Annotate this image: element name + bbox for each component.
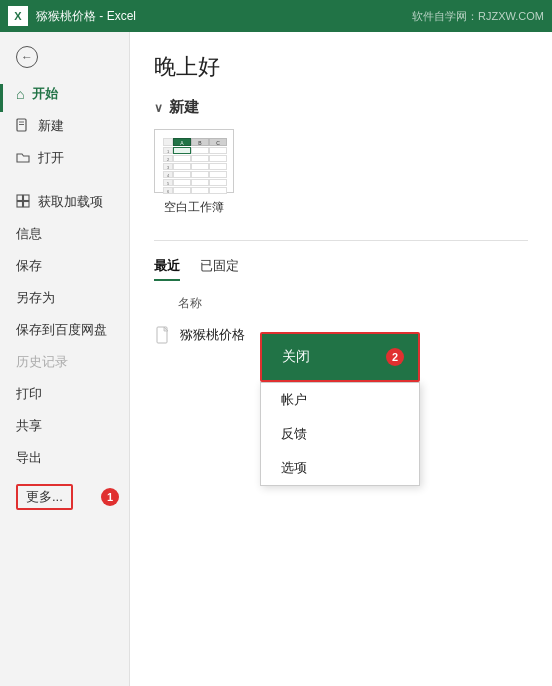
back-button[interactable]: ←: [0, 40, 129, 74]
divider-1: [0, 174, 129, 186]
excel-logo: X: [8, 6, 28, 26]
sidebar-item-home[interactable]: ⌂ 开始: [0, 78, 129, 110]
tab-pinned[interactable]: 已固定: [200, 257, 239, 281]
main-container: ← ⌂ 开始 新建 打开 获取加载项: [0, 32, 552, 686]
open-icon: [16, 150, 30, 167]
svg-rect-4: [24, 195, 30, 201]
greeting-text: 晚上好: [154, 52, 528, 82]
more-button[interactable]: 更多... 1: [0, 478, 129, 516]
file-list-header: 名称: [154, 291, 528, 316]
back-circle-icon: ←: [16, 46, 38, 68]
sidebar: ← ⌂ 开始 新建 打开 获取加载项: [0, 32, 130, 686]
sidebar-item-save[interactable]: 保存: [0, 250, 129, 282]
context-menu-overlay: 关闭 2 帐户 反馈 选项: [260, 332, 420, 486]
new-icon: [16, 118, 30, 135]
recent-pinned-tabs: 最近 已固定: [154, 257, 528, 281]
new-section-header: ∨ 新建: [154, 98, 528, 117]
content-area: 晚上好 ∨ 新建 A B C: [130, 32, 552, 686]
sidebar-item-open[interactable]: 打开: [0, 142, 129, 174]
sidebar-item-share[interactable]: 共享: [0, 410, 129, 442]
more-label-box: 更多...: [16, 484, 73, 510]
tab-recent[interactable]: 最近: [154, 257, 180, 281]
menu-item-feedback[interactable]: 反馈: [261, 417, 419, 451]
sidebar-item-new[interactable]: 新建: [0, 110, 129, 142]
svg-rect-0: [17, 119, 26, 131]
close-button-container: 关闭 2: [260, 332, 420, 382]
templates-row: A B C 1 2: [154, 129, 528, 216]
template-thumbnail: A B C 1 2: [154, 129, 234, 193]
more-badge: 1: [101, 488, 119, 506]
home-icon: ⌂: [16, 86, 24, 102]
menu-item-account[interactable]: 帐户: [261, 383, 419, 417]
sidebar-item-info[interactable]: 信息: [0, 218, 129, 250]
file-name-col-header: 名称: [178, 295, 528, 312]
addins-icon: [16, 194, 30, 211]
sidebar-item-addins[interactable]: 获取加载项: [0, 186, 129, 218]
chevron-icon: ∨: [154, 101, 163, 115]
new-section-label: 新建: [169, 98, 199, 117]
file-icon: [154, 325, 174, 345]
close-badge: 2: [386, 348, 404, 366]
active-indicator: [0, 84, 3, 112]
close-button[interactable]: 关闭 2: [262, 342, 418, 372]
sidebar-item-export[interactable]: 导出: [0, 442, 129, 474]
sidebar-item-print[interactable]: 打印: [0, 378, 129, 410]
svg-rect-6: [24, 201, 30, 207]
content-divider: [154, 240, 528, 241]
title-bar-app: Excel: [107, 9, 136, 23]
title-bar-separator: -: [96, 9, 107, 23]
dropdown-menu: 帐户 反馈 选项: [260, 382, 420, 486]
title-bar-filename: 猕猴桃价格: [36, 8, 96, 25]
watermark: 软件自学网：RJZXW.COM: [412, 9, 544, 24]
blank-workbook-label: 空白工作簿: [164, 199, 224, 216]
svg-rect-3: [17, 195, 23, 201]
svg-rect-5: [17, 201, 23, 207]
sidebar-item-saveas[interactable]: 另存为: [0, 282, 129, 314]
sidebar-item-savecloud[interactable]: 保存到百度网盘: [0, 314, 129, 346]
blank-workbook-template[interactable]: A B C 1 2: [154, 129, 234, 216]
sidebar-item-history[interactable]: 历史记录: [0, 346, 129, 378]
menu-item-options[interactable]: 选项: [261, 451, 419, 485]
title-bar: X 猕猴桃价格 - Excel 软件自学网：RJZXW.COM: [0, 0, 552, 32]
